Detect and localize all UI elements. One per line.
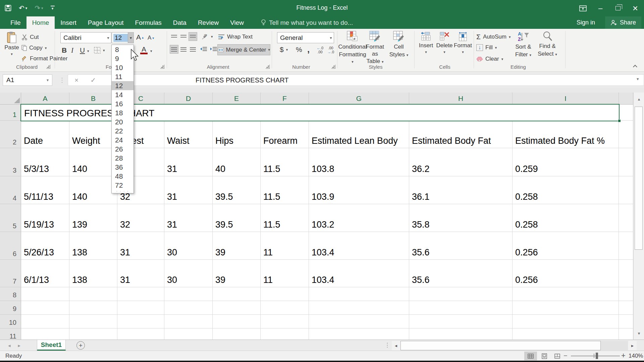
zoom-slider-thumb[interactable] bbox=[596, 353, 598, 359]
cell[interactable]: 5/3/13 bbox=[21, 148, 69, 176]
font-size-option-22[interactable]: 22 bbox=[112, 126, 133, 135]
zoom-level-text[interactable]: 140% bbox=[629, 353, 643, 359]
cell[interactable]: 0.258 bbox=[513, 204, 619, 232]
cell[interactable] bbox=[164, 301, 213, 315]
cell[interactable]: 11.5 bbox=[261, 176, 309, 204]
orientation-button[interactable]: ab ▾ bbox=[201, 33, 213, 40]
cell[interactable]: 140 bbox=[69, 148, 117, 176]
tab-page-layout[interactable]: Page Layout bbox=[82, 16, 129, 29]
page-layout-view-button[interactable] bbox=[538, 352, 551, 360]
cell[interactable]: Date bbox=[21, 121, 69, 148]
cell[interactable] bbox=[309, 301, 409, 315]
sign-in-link[interactable]: Sign in bbox=[577, 16, 595, 29]
cell[interactable]: 5/11/13 bbox=[21, 176, 69, 204]
cell[interactable]: Waist bbox=[164, 121, 213, 148]
number-dialog-launcher[interactable] bbox=[331, 65, 335, 69]
scroll-down-icon[interactable]: ▾ bbox=[634, 328, 644, 338]
cell[interactable]: 0.256 bbox=[513, 260, 619, 287]
cell[interactable] bbox=[69, 315, 117, 328]
merge-center-button[interactable]: Merge & Center ▾ bbox=[217, 44, 270, 55]
row-header-9[interactable]: 9 bbox=[0, 301, 21, 315]
percent-style-button[interactable]: % bbox=[296, 46, 302, 54]
font-size-option-14[interactable]: 14 bbox=[112, 90, 133, 99]
dropdown-resize-grip[interactable]: · · · · bbox=[112, 190, 133, 194]
borders-button[interactable]: ▾ bbox=[94, 47, 105, 54]
cell[interactable] bbox=[21, 328, 69, 340]
align-center-button[interactable] bbox=[179, 45, 188, 54]
cell[interactable]: 103.4 bbox=[309, 260, 409, 287]
cell[interactable]: 36.1 bbox=[409, 176, 513, 204]
align-right-button[interactable] bbox=[189, 45, 197, 54]
cell[interactable]: 36.2 bbox=[409, 148, 513, 176]
decrease-decimal-button[interactable]: .00→.0 bbox=[327, 46, 334, 54]
cell[interactable] bbox=[309, 315, 409, 328]
cell[interactable]: 39 bbox=[213, 232, 261, 260]
cell[interactable]: 39.5 bbox=[213, 176, 261, 204]
delete-cells-button[interactable]: Delete ▾ bbox=[435, 32, 453, 54]
font-color-dropdown-icon[interactable]: ▾ bbox=[150, 49, 152, 53]
cell-styles-button[interactable]: Cell Styles ▾ bbox=[388, 31, 410, 58]
cell[interactable] bbox=[309, 287, 409, 301]
paste-dropdown-icon[interactable]: ▾ bbox=[11, 52, 13, 56]
bold-button[interactable]: B bbox=[62, 46, 67, 54]
cell[interactable]: 103.4 bbox=[309, 232, 409, 260]
fill-button[interactable]: ↓ Fill ▾ bbox=[476, 44, 497, 51]
cell[interactable] bbox=[261, 315, 309, 328]
page-break-view-button[interactable] bbox=[551, 352, 564, 360]
cell[interactable] bbox=[69, 301, 117, 315]
cell[interactable]: 139 bbox=[69, 204, 117, 232]
format-cells-button[interactable]: Format ▾ bbox=[453, 32, 472, 54]
cell[interactable]: 140 bbox=[69, 176, 117, 204]
cell[interactable]: Forearm bbox=[261, 121, 309, 148]
cell[interactable] bbox=[69, 287, 117, 301]
cell[interactable] bbox=[21, 287, 69, 301]
save-icon[interactable] bbox=[5, 5, 11, 11]
accounting-format-button[interactable]: $▾ bbox=[280, 46, 288, 54]
increase-decimal-button[interactable]: ←.0.00 bbox=[317, 46, 323, 54]
column-header-i[interactable]: I bbox=[513, 93, 619, 105]
copy-button[interactable]: Copy ▾ bbox=[21, 45, 47, 51]
clipboard-dialog-launcher[interactable] bbox=[46, 65, 50, 69]
vertical-scrollbar-thumb[interactable] bbox=[635, 107, 643, 250]
name-box[interactable]: A1 ▾ bbox=[3, 74, 52, 86]
minimize-button[interactable]: – bbox=[592, 0, 609, 16]
row-header-8[interactable]: 8 bbox=[0, 287, 21, 301]
align-left-button[interactable] bbox=[170, 45, 178, 54]
fill-handle[interactable] bbox=[618, 119, 621, 122]
formula-bar-grip-icon[interactable]: ⋮ bbox=[59, 76, 65, 84]
hscroll-left-button[interactable]: ◂ bbox=[392, 341, 400, 350]
cell[interactable]: 6/1/13 bbox=[21, 260, 69, 287]
cell[interactable]: Estimated Body Fat bbox=[409, 121, 513, 148]
horizontal-scrollbar-track[interactable] bbox=[601, 341, 628, 350]
confirm-entry-button[interactable]: ✓ bbox=[85, 76, 102, 84]
underline-dropdown-icon[interactable]: ▾ bbox=[87, 49, 89, 53]
formula-field[interactable]: × ✓ FITNESS PROGRESS CHART bbox=[68, 74, 644, 86]
middle-align-button[interactable] bbox=[179, 32, 188, 41]
cell[interactable]: 31 bbox=[117, 232, 164, 260]
column-header-partial[interactable] bbox=[619, 93, 633, 105]
paste-button[interactable]: Paste ▾ bbox=[3, 32, 20, 56]
cell[interactable]: 35.6 bbox=[409, 232, 513, 260]
row-header-3[interactable]: 3 bbox=[0, 148, 21, 176]
cell[interactable]: 11.5 bbox=[261, 148, 309, 176]
zoom-out-button[interactable]: − bbox=[564, 352, 568, 360]
selected-cell-a1[interactable]: FITNESS PROGRESS CHART bbox=[20, 104, 620, 121]
cell[interactable]: 31 bbox=[164, 204, 213, 232]
cell[interactable] bbox=[513, 315, 619, 328]
font-color-button[interactable]: A bbox=[140, 46, 148, 54]
wrap-text-button[interactable]: Wrap Text bbox=[218, 34, 253, 40]
cell[interactable] bbox=[513, 328, 619, 340]
font-size-option-16[interactable]: 16 bbox=[112, 99, 133, 108]
top-align-button[interactable] bbox=[170, 32, 178, 41]
find-select-button[interactable]: Find & Select ▾ bbox=[537, 31, 558, 57]
cell[interactable] bbox=[309, 328, 409, 340]
zoom-in-button[interactable]: + bbox=[621, 351, 626, 360]
cell[interactable]: 35.8 bbox=[409, 204, 513, 232]
cell[interactable] bbox=[21, 315, 69, 328]
redo-button[interactable]: ↷▾ bbox=[35, 5, 43, 11]
scroll-up-icon[interactable]: ▴ bbox=[634, 94, 644, 104]
font-size-option-28[interactable]: 28 bbox=[112, 154, 133, 163]
font-size-option-72[interactable]: 72 bbox=[112, 181, 133, 190]
bottom-align-button[interactable] bbox=[189, 32, 197, 41]
cell[interactable] bbox=[619, 121, 633, 148]
